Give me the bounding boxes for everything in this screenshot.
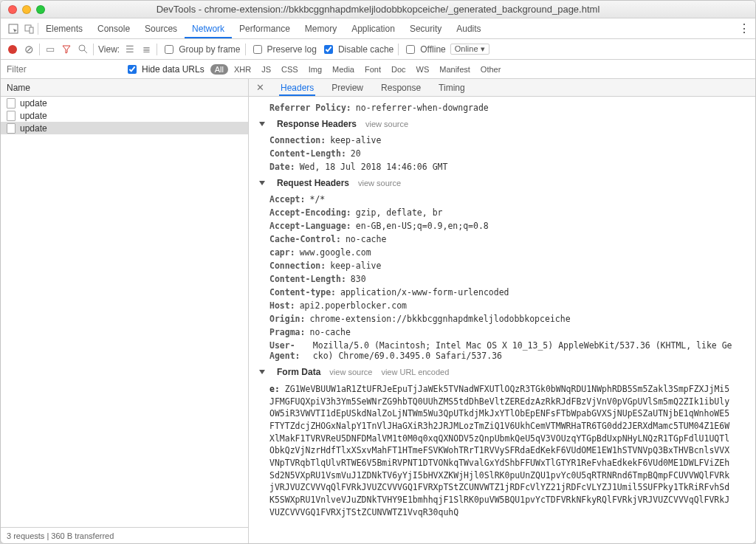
window-title: DevTools - chrome-extension://bkkbcggnha… bbox=[7, 4, 749, 15]
more-menu-icon[interactable]: ⋮ bbox=[738, 21, 751, 35]
main-tabbar: ElementsConsoleSourcesNetworkPerformance… bbox=[1, 18, 755, 39]
header-row: Accept-Language:en-GB,en-US;q=0.9,en;q=0… bbox=[256, 219, 748, 233]
detail-tab-headers[interactable]: Headers bbox=[279, 80, 315, 96]
tab-application[interactable]: Application bbox=[344, 19, 402, 38]
header-row: Accept-Encoding:gzip, deflate, br bbox=[256, 206, 748, 219]
filter-other[interactable]: Other bbox=[476, 64, 506, 75]
preserve-log-checkbox[interactable]: Preserve log bbox=[250, 43, 317, 56]
filter-js[interactable]: JS bbox=[257, 64, 275, 75]
close-window-icon[interactable] bbox=[8, 5, 17, 14]
minimize-window-icon[interactable] bbox=[22, 5, 31, 14]
disable-cache-checkbox[interactable]: Disable cache bbox=[321, 43, 394, 56]
detail-tab-timing[interactable]: Timing bbox=[437, 80, 467, 96]
group-by-frame-checkbox[interactable]: Group by frame bbox=[162, 43, 240, 56]
detail-tabbar: ✕ HeadersPreviewResponseTiming bbox=[249, 79, 755, 97]
header-row: Connection:keep-alive bbox=[256, 259, 748, 272]
svg-line-4 bbox=[84, 50, 87, 53]
name-column-header[interactable]: Name bbox=[1, 79, 248, 97]
tab-sources[interactable]: Sources bbox=[137, 19, 185, 38]
response-headers-section[interactable]: Response Headers view source bbox=[256, 114, 748, 134]
search-icon[interactable] bbox=[77, 44, 89, 55]
filter-doc[interactable]: Doc bbox=[387, 64, 410, 75]
clear-icon[interactable]: ⊘ bbox=[23, 44, 35, 55]
window-controls bbox=[8, 5, 45, 14]
tab-security[interactable]: Security bbox=[402, 19, 449, 38]
header-row: Origin:chrome-extension://bkkbcggnhapdmk… bbox=[256, 312, 748, 326]
throttling-select[interactable]: Online ▾ bbox=[450, 44, 489, 55]
request-row[interactable]: update bbox=[1, 109, 248, 122]
filter-ws[interactable]: WS bbox=[412, 64, 434, 75]
referrer-policy-row: Referrer Policy: no-referrer-when-downgr… bbox=[256, 101, 748, 114]
filter-input[interactable] bbox=[5, 63, 119, 75]
separator bbox=[39, 44, 40, 55]
form-data-value: e: ZG1WeVBUUW1aR1ZtUFRJeEpuTjJaWEk5TVNad… bbox=[256, 382, 748, 520]
triangle-down-icon bbox=[259, 122, 265, 126]
network-toolbar: ⊘ ▭ View: ☰ ≣ Group by frame Preserve lo… bbox=[1, 39, 755, 60]
tab-elements[interactable]: Elements bbox=[38, 19, 90, 38]
view-url-encoded-link[interactable]: view URL encoded bbox=[381, 368, 449, 376]
view-source-link[interactable]: view source bbox=[358, 179, 401, 187]
file-icon bbox=[7, 123, 16, 134]
detail-tab-preview[interactable]: Preview bbox=[330, 80, 365, 96]
request-headers-section[interactable]: Request Headers view source bbox=[256, 173, 748, 193]
file-icon bbox=[7, 111, 16, 121]
tab-performance[interactable]: Performance bbox=[232, 19, 298, 38]
view-label: View: bbox=[98, 44, 120, 55]
request-row[interactable]: update bbox=[1, 97, 248, 109]
filter-media[interactable]: Media bbox=[328, 64, 359, 75]
filter-all[interactable]: All bbox=[210, 64, 228, 75]
separator bbox=[245, 44, 246, 55]
large-rows-icon[interactable]: ☰ bbox=[124, 44, 136, 55]
triangle-down-icon bbox=[259, 370, 265, 374]
tab-memory[interactable]: Memory bbox=[298, 19, 344, 38]
request-list: updateupdateupdate bbox=[1, 97, 248, 527]
status-line: 3 requests | 360 B transferred bbox=[1, 527, 248, 543]
offline-checkbox[interactable]: Offline bbox=[403, 43, 445, 56]
header-row: Host:api2.poperblocker.com bbox=[256, 299, 748, 312]
screenshot-icon[interactable]: ▭ bbox=[44, 44, 56, 55]
filter-toggle-icon[interactable] bbox=[61, 44, 72, 55]
inspect-icon[interactable] bbox=[5, 24, 21, 34]
header-row: Content-Length:20 bbox=[256, 147, 748, 160]
header-row: Connection:keep-alive bbox=[256, 134, 748, 147]
triangle-down-icon bbox=[259, 181, 265, 185]
filter-xhr[interactable]: XHR bbox=[230, 64, 255, 75]
filter-bar: Hide data URLs AllXHRJSCSSImgMediaFontDo… bbox=[1, 60, 755, 79]
requests-pane: Name updateupdateupdate 3 requests | 360… bbox=[1, 79, 249, 543]
devtools-window: DevTools - chrome-extension://bkkbcggnha… bbox=[0, 0, 756, 544]
header-row: Cache-Control:no-cache bbox=[256, 233, 748, 246]
view-source-link[interactable]: view source bbox=[365, 120, 408, 128]
tab-console[interactable]: Console bbox=[90, 19, 137, 38]
view-source-link[interactable]: view source bbox=[329, 368, 372, 376]
filter-img[interactable]: Img bbox=[304, 64, 326, 75]
tab-network[interactable]: Network bbox=[185, 19, 232, 38]
tab-audits[interactable]: Audits bbox=[449, 19, 488, 38]
filter-css[interactable]: CSS bbox=[277, 64, 303, 75]
header-row: Date:Wed, 18 Jul 2018 14:46:06 GMT bbox=[256, 160, 748, 173]
headers-panel: Referrer Policy: no-referrer-when-downgr… bbox=[249, 97, 755, 543]
detail-pane: ✕ HeadersPreviewResponseTiming Referrer … bbox=[249, 79, 755, 543]
header-row: capr:www.google.com bbox=[256, 246, 748, 259]
waterfall-view-icon[interactable]: ≣ bbox=[140, 44, 152, 55]
header-row: Pragma:no-cache bbox=[256, 326, 748, 339]
device-toggle-icon[interactable] bbox=[21, 24, 38, 34]
record-icon[interactable] bbox=[7, 44, 18, 55]
header-row: User-Agent:Mozilla/5.0 (Macintosh; Intel… bbox=[256, 339, 748, 362]
filter-manifest[interactable]: Manifest bbox=[435, 64, 475, 75]
zoom-window-icon[interactable] bbox=[36, 5, 45, 14]
form-data-section[interactable]: Form Data view source view URL encoded bbox=[256, 362, 748, 382]
file-icon bbox=[7, 98, 16, 109]
svg-rect-2 bbox=[30, 27, 33, 33]
separator bbox=[398, 44, 399, 55]
separator bbox=[157, 44, 157, 55]
header-row: Accept:*/* bbox=[256, 193, 748, 206]
titlebar: DevTools - chrome-extension://bkkbcggnha… bbox=[1, 1, 755, 18]
content-area: Name updateupdateupdate 3 requests | 360… bbox=[1, 79, 755, 543]
request-row[interactable]: update bbox=[1, 122, 248, 134]
header-row: Content-Length:830 bbox=[256, 272, 748, 286]
filter-font[interactable]: Font bbox=[360, 64, 385, 75]
header-row: Content-type:application/x-www-form-urle… bbox=[256, 286, 748, 299]
detail-tab-response[interactable]: Response bbox=[379, 80, 422, 96]
close-detail-icon[interactable]: ✕ bbox=[256, 82, 264, 93]
hide-data-urls-checkbox[interactable]: Hide data URLs bbox=[125, 63, 205, 76]
